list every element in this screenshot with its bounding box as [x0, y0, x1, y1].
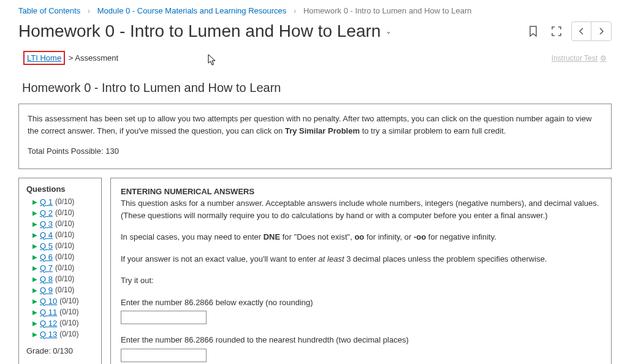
question-link[interactable]: Q 8	[40, 275, 53, 284]
question-link[interactable]: Q 12	[40, 319, 57, 328]
grade-line: Grade: 0/130	[26, 346, 94, 355]
info-line1: This assessment has been set up to allow…	[28, 113, 602, 137]
question-p4: Try it out:	[121, 275, 601, 287]
question-points: (0/10)	[55, 252, 74, 261]
play-icon: ▶	[32, 232, 37, 238]
play-icon: ▶	[32, 221, 37, 227]
sub-breadcrumb: LTI Home > Assessment Instructor Test ⚙	[18, 47, 612, 69]
prompt-1: Enter the number 86.2866 below exactly (…	[121, 297, 601, 309]
breadcrumb: Table of Contents › Module 0 - Course Ma…	[0, 0, 630, 19]
question-item: ▶Q 1 (0/10)	[32, 197, 94, 207]
question-points: (0/10)	[55, 208, 74, 217]
play-icon: ▶	[32, 309, 37, 316]
question-points: (0/10)	[55, 286, 74, 294]
question-points: (0/10)	[59, 330, 78, 338]
question-link[interactable]: Q 9	[40, 286, 53, 295]
play-icon: ▶	[32, 331, 37, 338]
question-item: ▶Q 12 (0/10)	[32, 319, 94, 328]
questions-panel: Questions ▶Q 1 (0/10)▶Q 2 (0/10)▶Q 3 (0/…	[18, 178, 102, 365]
question-p1: This question asks for a number answer. …	[121, 197, 601, 221]
play-icon: ▶	[32, 199, 37, 205]
question-link[interactable]: Q 11	[40, 308, 57, 317]
separator: >	[69, 53, 75, 63]
play-icon: ▶	[32, 265, 37, 271]
question-link[interactable]: Q 3	[40, 219, 53, 229]
answer-input-1[interactable]	[121, 311, 207, 324]
chevron-down-icon[interactable]: ⌄	[385, 27, 392, 36]
question-item: ▶Q 9 (0/10)	[32, 286, 94, 295]
question-points: (0/10)	[55, 219, 74, 228]
question-link[interactable]: Q 10	[40, 297, 57, 306]
chevron-right-icon: ›	[294, 6, 296, 15]
question-p3: If your answer is not an exact value, yo…	[121, 253, 601, 265]
breadcrumb-toc[interactable]: Table of Contents	[18, 6, 80, 15]
question-points: (0/10)	[59, 308, 78, 316]
bookmark-icon[interactable]	[525, 23, 542, 40]
section-title: Homework 0 - Intro to Lumen and How to L…	[18, 69, 612, 100]
lti-home-link[interactable]: LTI Home	[23, 51, 65, 65]
question-link[interactable]: Q 4	[40, 230, 53, 240]
question-item: ▶Q 13 (0/10)	[32, 330, 94, 339]
question-p2: In special cases, you may need to enter …	[121, 231, 601, 243]
play-icon: ▶	[32, 210, 37, 216]
question-item: ▶Q 7 (0/10)	[32, 264, 94, 273]
play-icon: ▶	[32, 298, 37, 305]
question-item: ▶Q 4 (0/10)	[32, 230, 94, 240]
question-item: ▶Q 3 (0/10)	[32, 219, 94, 229]
question-points: (0/10)	[55, 230, 74, 239]
question-item: ▶Q 10 (0/10)	[32, 297, 94, 306]
answer-input-2[interactable]	[121, 349, 207, 362]
assessment-label: Assessment	[75, 53, 118, 63]
question-item: ▶Q 11 (0/10)	[32, 308, 94, 317]
question-link[interactable]: Q 1	[40, 197, 53, 207]
question-item: ▶Q 2 (0/10)	[32, 208, 94, 218]
question-points: (0/10)	[55, 197, 74, 206]
prompt-2: Enter the number 86.2866 rounded to the …	[121, 334, 601, 346]
play-icon: ▶	[32, 276, 37, 282]
breadcrumb-current: Homework 0 - Intro to Lumen and How to L…	[303, 6, 472, 15]
chevron-right-icon: ›	[88, 6, 90, 15]
question-body: ENTERING NUMERICAL ANSWERS This question…	[110, 178, 612, 365]
fullscreen-icon[interactable]	[548, 23, 565, 40]
question-item: ▶Q 5 (0/10)	[32, 241, 94, 251]
nav-pager	[571, 21, 612, 41]
question-item: ▶Q 6 (0/10)	[32, 252, 94, 262]
next-button[interactable]	[591, 22, 611, 40]
page-title-text: Homework 0 - Intro to Lumen and How to L…	[18, 21, 381, 41]
question-points: (0/10)	[59, 319, 78, 327]
question-heading: ENTERING NUMERICAL ANSWERS	[121, 186, 601, 198]
questions-header: Questions	[26, 184, 94, 194]
question-item: ▶Q 8 (0/10)	[32, 275, 94, 284]
question-points: (0/10)	[59, 297, 78, 305]
instructor-link[interactable]: Instructor Test ⚙	[552, 54, 607, 63]
question-link[interactable]: Q 7	[40, 264, 53, 273]
question-points: (0/10)	[55, 241, 74, 250]
play-icon: ▶	[32, 320, 37, 327]
page-title: Homework 0 - Intro to Lumen and How to L…	[18, 21, 392, 41]
play-icon: ▶	[32, 287, 37, 294]
title-actions	[525, 21, 612, 41]
question-link[interactable]: Q 2	[40, 208, 53, 218]
prev-button[interactable]	[572, 22, 591, 40]
play-icon: ▶	[32, 254, 37, 260]
total-points: Total Points Possible: 130	[28, 145, 602, 157]
assessment-info-box: This assessment has been set up to allow…	[18, 104, 612, 169]
instructor-text: Instructor Test	[552, 54, 598, 63]
question-link[interactable]: Q 13	[40, 330, 57, 339]
gear-icon[interactable]: ⚙	[600, 54, 607, 63]
question-points: (0/10)	[55, 275, 74, 283]
question-link[interactable]: Q 6	[40, 252, 53, 262]
breadcrumb-module[interactable]: Module 0 - Course Materials and Learning…	[97, 6, 287, 15]
question-link[interactable]: Q 5	[40, 241, 53, 251]
question-points: (0/10)	[55, 264, 74, 272]
play-icon: ▶	[32, 243, 37, 249]
